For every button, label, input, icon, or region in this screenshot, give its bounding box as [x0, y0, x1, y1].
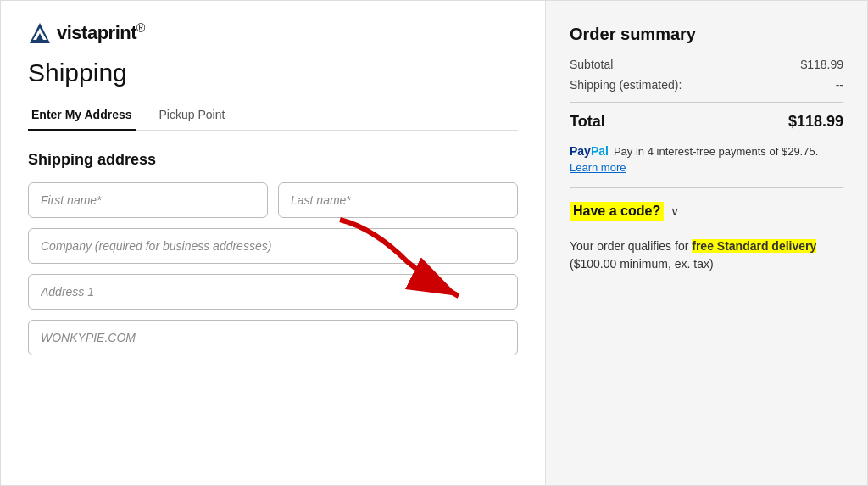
shipping-address-title: Shipping address: [28, 151, 518, 169]
last-name-input[interactable]: [278, 182, 518, 218]
left-panel: vistaprint® Shipping Enter My Address Pi…: [1, 1, 545, 485]
shipping-value: --: [836, 78, 843, 92]
free-delivery-highlight: free Standard delivery: [692, 239, 816, 253]
free-delivery-prefix: Your order qualifies for: [570, 239, 692, 253]
subtotal-label: Subtotal: [570, 58, 613, 71]
vistaprint-logo-icon: [28, 21, 52, 45]
subtotal-value: $118.99: [800, 58, 843, 71]
shipping-row: Shipping (estimated): --: [570, 78, 843, 92]
shipping-label: Shipping (estimated):: [570, 78, 682, 92]
paypal-row: PayPal Pay in 4 interest-free payments o…: [570, 144, 843, 158]
address1-input[interactable]: [28, 274, 518, 310]
total-row: Total $118.99: [570, 113, 843, 131]
subtotal-row: Subtotal $118.99: [570, 58, 843, 71]
address2-input[interactable]: [28, 320, 518, 355]
first-name-input[interactable]: [28, 182, 268, 218]
logo-area: vistaprint®: [28, 21, 518, 45]
have-code-row[interactable]: Have a code? ∨: [570, 202, 843, 221]
name-row: [28, 182, 518, 218]
total-label: Total: [570, 113, 605, 131]
paypal-section: PayPal Pay in 4 interest-free payments o…: [570, 144, 843, 188]
free-delivery-suffix: ($100.00 minimum, ex. tax): [570, 257, 714, 271]
tab-pickup-point[interactable]: Pickup Point: [156, 101, 229, 130]
logo-text: vistaprint®: [57, 21, 145, 44]
summary-divider: [570, 102, 843, 103]
free-delivery-text: Your order qualifies for free Standard d…: [570, 237, 843, 273]
page-wrapper: vistaprint® Shipping Enter My Address Pi…: [0, 0, 868, 486]
paypal-logo-icon: PayPal: [570, 144, 609, 158]
shipping-tabs: Enter My Address Pickup Point: [28, 101, 518, 131]
learn-more-link[interactable]: Learn more: [570, 161, 843, 174]
address1-row: [28, 274, 518, 310]
company-row: [28, 228, 518, 264]
paypal-text: Pay in 4 interest-free payments of $29.7…: [614, 145, 818, 158]
page-title: Shipping: [28, 59, 518, 87]
company-input[interactable]: [28, 228, 518, 264]
chevron-down-icon: ∨: [670, 204, 679, 218]
have-code-label: Have a code?: [570, 202, 664, 221]
tab-enter-address[interactable]: Enter My Address: [28, 101, 136, 130]
order-summary-title: Order summary: [570, 25, 843, 44]
address2-row: [28, 320, 518, 355]
right-panel: Order summary Subtotal $118.99 Shipping …: [545, 1, 867, 485]
total-value: $118.99: [788, 113, 843, 131]
